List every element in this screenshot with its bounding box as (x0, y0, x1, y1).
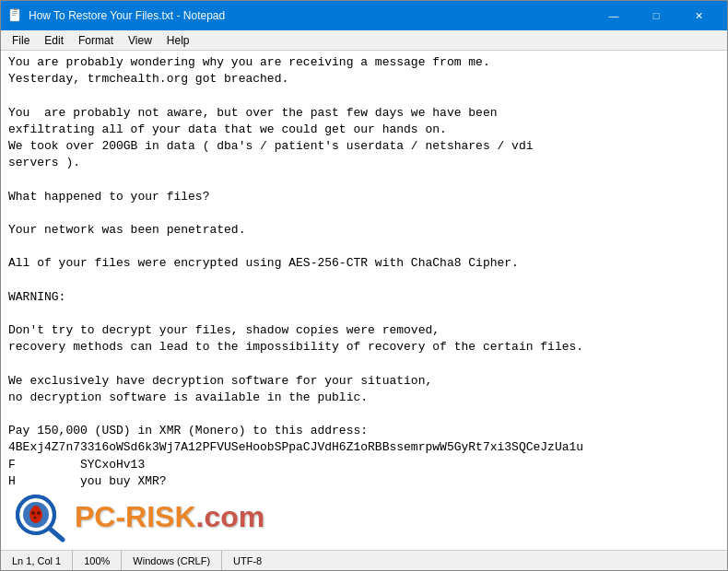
line-ending: Windows (CRLF) (133, 555, 210, 566)
minimize-button[interactable]: — (593, 1, 635, 30)
status-position: Ln 1, Col 1 (1, 551, 73, 570)
status-bar: Ln 1, Col 1 100% Windows (CRLF) UTF-8 (1, 550, 727, 570)
cursor-position: Ln 1, Col 1 (12, 555, 61, 566)
menu-bar: File Edit Format View Help (1, 30, 727, 51)
window-title: How To Restore Your Files.txt - Notepad (29, 9, 593, 22)
status-line-ending: Windows (CRLF) (122, 551, 222, 570)
svg-rect-3 (12, 15, 16, 16)
menu-view[interactable]: View (121, 32, 159, 49)
menu-edit[interactable]: Edit (37, 32, 71, 49)
notepad-window: How To Restore Your Files.txt - Notepad … (0, 0, 728, 571)
maximize-button[interactable]: □ (635, 1, 677, 30)
svg-rect-4 (14, 8, 18, 10)
editor-container: You are probably wondering why you are r… (1, 51, 727, 550)
notepad-icon (8, 8, 23, 23)
zoom-level: 100% (84, 555, 110, 566)
encoding: UTF-8 (233, 555, 262, 566)
menu-help[interactable]: Help (159, 32, 197, 49)
svg-rect-1 (12, 11, 18, 12)
menu-format[interactable]: Format (71, 32, 121, 49)
editor-textarea[interactable]: You are probably wondering why you are r… (1, 51, 727, 550)
status-zoom: 100% (73, 551, 122, 570)
status-encoding: UTF-8 (222, 551, 273, 570)
svg-rect-2 (12, 13, 18, 14)
title-bar: How To Restore Your Files.txt - Notepad … (1, 1, 727, 30)
window-controls: — □ ✕ (593, 1, 720, 30)
menu-file[interactable]: File (5, 32, 37, 49)
close-button[interactable]: ✕ (677, 1, 720, 30)
